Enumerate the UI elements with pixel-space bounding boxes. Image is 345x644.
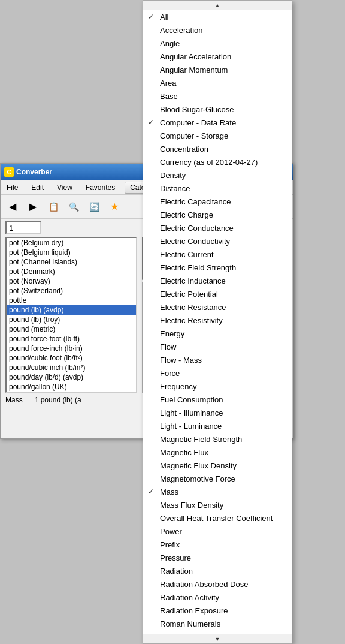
dropdown-item[interactable]: Concentration [143,142,292,155]
dropdown-list: AllAccelerationAngleAngular Acceleration… [143,10,292,634]
status-value: 1 pound (lb) (a [35,396,81,404]
dropdown-item[interactable]: Electric Current [143,248,292,261]
list-item[interactable]: pottle [7,296,136,305]
list-item[interactable]: pot (Belgium dry) [7,238,136,248]
dropdown-item[interactable]: Currency (as of 2012-04-27) [143,155,292,168]
dropdown-scroll-up[interactable]: ▲ [143,1,292,10]
menu-view[interactable]: View [53,182,76,193]
list-item[interactable]: pound (metric) [7,324,136,334]
list-item[interactable]: pound (lb) (troy) [7,315,136,324]
dropdown-item[interactable]: Base [143,89,292,103]
menu-edit[interactable]: Edit [28,182,47,193]
menu-favorites[interactable]: Favorites [82,182,119,193]
dropdown-item[interactable]: Density [143,168,292,182]
value-input[interactable] [5,221,41,234]
dropdown-item[interactable]: Angular Acceleration [143,50,292,63]
category-dropdown: ▲ AllAccelerationAngleAngular Accelerati… [143,0,292,644]
dropdown-item[interactable]: Electric Conductivity [143,234,292,248]
dropdown-item[interactable]: Angular Momentum [143,63,292,76]
app-icon: C [4,167,14,177]
copy-icon: 📋 [49,202,59,212]
dropdown-item[interactable]: Electric Resistance [143,300,292,314]
dropdown-item[interactable]: Blood Sugar-Glucose [143,103,292,116]
dropdown-item[interactable]: Electric Charge [143,208,292,221]
dropdown-item[interactable]: Pressure [143,551,292,564]
list-item[interactable]: pound force-inch (lb·in) [7,344,136,353]
list-item[interactable]: pound/day (lb/d) (avdp) [7,372,136,382]
dropdown-item[interactable]: Magnetic Flux Density [143,459,292,472]
list-item[interactable]: pound/gallon (UK) [7,382,136,392]
back-icon: ◀ [9,201,16,212]
list-item[interactable]: pot (Channel Islands) [7,257,136,267]
dropdown-item[interactable]: Magnetic Flux [143,446,292,459]
list-item[interactable]: pound force-foot (lb·ft) [7,334,136,344]
forward-icon: ▶ [29,201,37,212]
dropdown-item[interactable]: Light - Luminance [143,419,292,432]
dropdown-item[interactable]: Overall Heat Transfer Coefficient [143,511,292,525]
dropdown-item[interactable]: Frequency [143,380,292,393]
list-item[interactable]: pound/cubic inch (lb/in²) [7,363,136,372]
dropdown-item[interactable]: All [143,10,292,23]
list-item[interactable]: pound/cubic foot (lb/ft²) [7,353,136,363]
dropdown-item[interactable]: Electric Capacitance [143,195,292,208]
dropdown-item[interactable]: Distance [143,182,292,195]
dropdown-scroll-down[interactable]: ▼ [143,634,292,643]
refresh-button[interactable]: 🔄 [84,198,104,216]
status-category: Mass [5,396,23,404]
dropdown-item[interactable]: Angle [143,37,292,50]
dropdown-item[interactable]: Energy [143,327,292,340]
dropdown-item[interactable]: Roman Numerals [143,617,292,630]
dropdown-item[interactable]: Area [143,76,292,89]
star-icon: ★ [110,201,119,212]
list-item[interactable]: pot (Denmark) [7,267,136,276]
list-item[interactable]: pot (Belgium liquid) [7,248,136,257]
dropdown-item[interactable]: Prefix [143,538,292,551]
dropdown-item[interactable]: Magnetic Field Strength [143,432,292,446]
copy-button[interactable]: 📋 [44,198,63,216]
menu-file[interactable]: File [3,182,22,193]
dropdown-item[interactable]: Electric Inductance [143,274,292,287]
dropdown-item[interactable]: Flow [143,340,292,353]
list-item[interactable]: pot (Norway) [7,276,136,286]
window-title: Converber [16,168,52,176]
scroll-up-arrow: ▲ [215,2,220,8]
scroll-down-arrow: ▼ [215,636,220,642]
search-icon: 🔍 [69,202,79,212]
dropdown-item[interactable]: Force [143,366,292,380]
list-item[interactable]: pound/gallon (US) [7,392,136,393]
dropdown-item[interactable]: Power [143,525,292,538]
dropdown-item[interactable]: Acceleration [143,23,292,37]
search-button[interactable]: 🔍 [64,198,83,216]
dropdown-item[interactable]: Electric Conductance [143,221,292,234]
dropdown-item[interactable]: Mass Flux Density [143,498,292,511]
dropdown-item[interactable]: Radiation Absorbed Dose [143,577,292,591]
back-button[interactable]: ◀ [3,198,22,216]
dropdown-item[interactable]: Magnetomotive Force [143,472,292,485]
list-item[interactable]: pot (Switzerland) [7,286,136,296]
dropdown-item[interactable]: Electric Field Strength [143,261,292,274]
refresh-icon: 🔄 [89,202,99,212]
forward-button[interactable]: ▶ [23,198,43,216]
dropdown-item[interactable]: Radiation [143,564,292,577]
list-item[interactable]: pound (lb) (avdp) [7,305,136,315]
dropdown-item[interactable]: Computer - Storage [143,129,292,142]
dropdown-item[interactable]: Fuel Consumption [143,393,292,406]
dropdown-item[interactable]: Radiation Exposure [143,604,292,617]
dropdown-item[interactable]: Light - Illuminance [143,406,292,419]
favorites-button[interactable]: ★ [105,198,124,216]
dropdown-item[interactable]: Radiation Activity [143,591,292,604]
dropdown-item[interactable]: Electric Potential [143,287,292,300]
dropdown-item[interactable]: Mass [143,485,292,498]
dropdown-item[interactable]: Electric Resistivity [143,314,292,327]
dropdown-item[interactable]: Computer - Data Rate [143,116,292,129]
units-listbox[interactable]: pot (Belgium dry)pot (Belgium liquid)pot… [5,237,137,393]
dropdown-item[interactable]: Flow - Mass [143,353,292,366]
